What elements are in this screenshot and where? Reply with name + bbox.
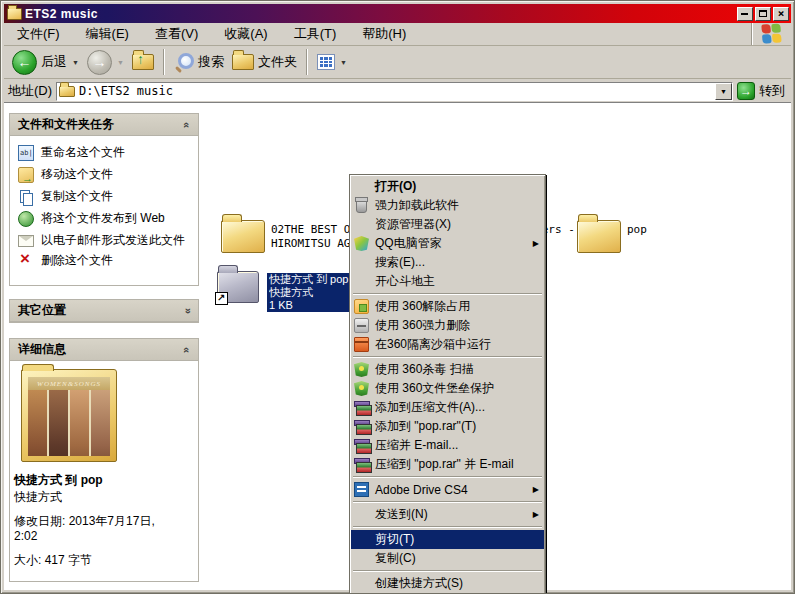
shortcut-arrow-icon: ↗ xyxy=(215,292,228,305)
copy-icon xyxy=(18,189,34,205)
address-input[interactable]: D:\ETS2 music ▼ xyxy=(56,82,733,101)
menu-separator xyxy=(353,501,542,503)
menubar-item[interactable]: 帮助(H) xyxy=(349,23,419,44)
context-menu-item[interactable]: 使用 360文件堡垒保护 xyxy=(351,379,544,398)
submenu-arrow-icon: ▶ xyxy=(533,485,539,494)
context-menu-item[interactable]: Adobe Drive CS4 ▶ xyxy=(351,480,544,499)
maximize-button[interactable] xyxy=(755,7,771,21)
uninstall-icon xyxy=(356,198,367,213)
menubar-item[interactable]: 工具(T) xyxy=(281,23,350,44)
menubar-item[interactable]: 查看(V) xyxy=(142,23,211,44)
folder-icon xyxy=(221,220,265,253)
task-item[interactable]: 将这个文件发布到 Web xyxy=(18,211,192,227)
context-menu-item[interactable]: QQ电脑管家 ▶ xyxy=(351,234,544,253)
context-menu-item[interactable]: 压缩并 E-mail... xyxy=(351,436,544,455)
windows-flag-icon xyxy=(761,23,782,44)
context-menu-item[interactable]: 强力卸载此软件 xyxy=(351,196,544,215)
album-art: WOMEN&SONGS xyxy=(28,377,110,456)
details-modified-time: 2:02 xyxy=(10,529,198,544)
search-button[interactable]: 搜索 xyxy=(170,50,228,74)
task-item[interactable]: 删除这个文件 xyxy=(18,253,192,269)
folders-label: 文件夹 xyxy=(258,53,297,71)
search-label: 搜索 xyxy=(198,53,224,71)
context-menu-item[interactable]: 使用 360解除占用 xyxy=(351,297,544,316)
other-places-header[interactable]: 其它位置 « xyxy=(10,300,198,322)
file-tasks-title: 文件和文件夹任务 xyxy=(18,116,114,133)
back-label: 后退 xyxy=(41,53,67,71)
menubar-item[interactable]: 收藏(A) xyxy=(211,23,280,44)
no-icon xyxy=(354,576,369,591)
views-icon xyxy=(317,54,335,70)
winrar-icon xyxy=(354,419,369,434)
back-dropdown-icon[interactable]: ▼ xyxy=(72,59,79,66)
back-button[interactable]: ← 后退 ▼ xyxy=(8,48,83,77)
details-file-type: 快捷方式 xyxy=(10,489,198,514)
context-menu-item[interactable]: 资源管理器(X) xyxy=(351,215,544,234)
winrar-icon xyxy=(354,438,369,453)
context-menu-item[interactable]: 打开(O) xyxy=(351,177,544,196)
context-menu-item[interactable]: 搜索(E)... xyxy=(351,253,544,272)
chevron-up-icon[interactable]: « xyxy=(181,121,193,127)
context-menu: 打开(O) 强力卸载此软件 资源管理器(X) QQ电脑管家 ▶ 搜索(E)...… xyxy=(349,174,546,594)
toolbar: ← 后退 ▼ → ▼ ↑ 搜索 文件夹 ▼ xyxy=(4,46,791,79)
context-menu-item[interactable]: 复制(C) xyxy=(351,549,544,568)
file-tile[interactable]: pop xyxy=(577,220,749,253)
no-icon xyxy=(354,551,369,566)
toolbar-separator xyxy=(306,49,308,75)
address-label: 地址(D) xyxy=(8,82,52,100)
up-folder-icon: ↑ xyxy=(132,54,154,70)
address-bar: 地址(D) D:\ETS2 music ▼ → 转到 xyxy=(4,80,791,103)
x360-vault-icon xyxy=(354,381,369,396)
context-menu-item[interactable]: 使用 360强力删除 xyxy=(351,316,544,335)
views-dropdown-icon[interactable]: ▼ xyxy=(340,59,347,66)
context-menu-item[interactable]: 添加到压缩文件(A)... xyxy=(351,398,544,417)
close-button[interactable]: × xyxy=(773,7,789,21)
context-menu-item[interactable]: 剪切(T) xyxy=(351,530,544,549)
context-menu-item[interactable]: 添加到 "pop.rar"(T) xyxy=(351,417,544,436)
address-dropdown-button[interactable]: ▼ xyxy=(715,83,732,100)
folders-button[interactable]: 文件夹 xyxy=(228,51,301,73)
submenu-arrow-icon: ▶ xyxy=(533,510,539,519)
minimize-button[interactable] xyxy=(737,7,753,21)
forward-dropdown-icon[interactable]: ▼ xyxy=(117,59,124,66)
chevron-up-icon[interactable]: « xyxy=(181,346,193,352)
context-menu-item[interactable]: 发送到(N) ▶ xyxy=(351,505,544,524)
winrar-icon xyxy=(354,400,369,415)
selected-file-tile[interactable]: ↗ 快捷方式 到 pop快捷方式1 KB xyxy=(217,271,351,312)
file-tasks-panel: 文件和文件夹任务 « 重命名这个文件 移动这个文件 复制这个文件 将这个文件发布… xyxy=(9,113,199,286)
x360-antivirus-icon xyxy=(354,362,369,377)
task-item[interactable]: 以电子邮件形式发送此文件 xyxy=(18,233,192,247)
qq-manager-icon xyxy=(354,236,369,251)
context-menu-item[interactable]: 开心斗地主 xyxy=(351,272,544,291)
views-button[interactable]: ▼ xyxy=(313,52,351,72)
publish-web-icon xyxy=(18,211,34,227)
go-button[interactable]: → 转到 xyxy=(737,82,787,100)
no-icon xyxy=(354,274,369,289)
context-menu-item[interactable]: 创建快捷方式(S) xyxy=(351,574,544,593)
details-header[interactable]: 详细信息 « xyxy=(10,339,198,361)
file-tasks-header[interactable]: 文件和文件夹任务 « xyxy=(10,114,198,136)
winrar-icon xyxy=(354,457,369,472)
menubar-item[interactable]: 文件(F) xyxy=(4,23,73,44)
context-menu-item[interactable]: 使用 360杀毒 扫描 xyxy=(351,360,544,379)
title-bar[interactable]: ETS2 music × xyxy=(4,4,791,23)
up-button[interactable]: ↑ xyxy=(128,52,158,72)
address-folder-icon xyxy=(59,86,75,97)
menu-bar: 文件(F)编辑(E)查看(V)收藏(A)工具(T)帮助(H) xyxy=(4,23,791,46)
task-item[interactable]: 复制这个文件 xyxy=(18,189,192,205)
context-menu-item[interactable]: 在360隔离沙箱中运行 xyxy=(351,335,544,354)
selected-file-label: 快捷方式 到 pop快捷方式1 KB xyxy=(267,273,351,312)
toolbar-separator xyxy=(163,49,165,75)
details-file-size: 大小: 417 字节 xyxy=(10,544,198,571)
menu-separator xyxy=(353,293,542,295)
go-label: 转到 xyxy=(759,82,785,100)
x360-sandbox-icon xyxy=(354,337,369,352)
forward-button[interactable]: → ▼ xyxy=(83,48,128,77)
context-menu-item[interactable]: 压缩到 "pop.rar" 并 E-mail xyxy=(351,455,544,474)
task-item[interactable]: 重命名这个文件 xyxy=(18,145,192,161)
album-art-title: WOMEN&SONGS xyxy=(28,377,110,390)
delete-icon xyxy=(18,253,34,269)
task-item[interactable]: 移动这个文件 xyxy=(18,167,192,183)
menubar-item[interactable]: 编辑(E) xyxy=(73,23,142,44)
chevron-down-icon[interactable]: « xyxy=(181,307,193,313)
